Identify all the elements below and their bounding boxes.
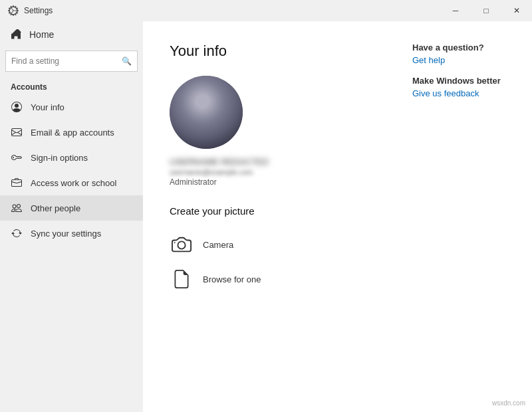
browse-icon — [170, 267, 194, 291]
email-icon — [11, 126, 23, 138]
get-help-link[interactable]: Get help — [412, 55, 519, 65]
user-email: username@example.com — [170, 168, 372, 176]
sidebar-item-sync[interactable]: Sync your settings — [0, 221, 143, 246]
people-icon — [11, 202, 23, 214]
avatar — [170, 76, 243, 149]
signin-label: Sign-in options — [31, 153, 88, 163]
key-icon — [11, 152, 23, 163]
watermark: wsxdn.com — [492, 399, 525, 407]
feedback-link[interactable]: Give us feedback — [412, 88, 519, 98]
sidebar: Home 🔍 Accounts Your info — [0, 21, 143, 412]
browse-option[interactable]: Browse for one — [170, 262, 372, 296]
page-title: Your info — [170, 43, 372, 60]
camera-icon — [170, 233, 194, 257]
search-icon: 🔍 — [122, 56, 132, 66]
create-picture-title: Create your picture — [170, 205, 372, 217]
help-panel: Have a question? Get help Make Windows b… — [399, 21, 532, 412]
home-label: Home — [29, 29, 54, 40]
main-panel: Your info USERNAME REDACTED username@exa… — [143, 21, 399, 412]
your-info-label: Your info — [31, 102, 65, 112]
titlebar-left: Settings — [8, 5, 53, 16]
accounts-section-title: Accounts — [0, 77, 143, 94]
maximize-button[interactable]: □ — [471, 0, 501, 21]
user-role: Administrator — [170, 177, 372, 187]
close-button[interactable]: ✕ — [501, 0, 532, 21]
briefcase-icon — [11, 177, 23, 189]
search-box[interactable]: 🔍 — [5, 51, 138, 72]
sidebar-item-other-people[interactable]: Other people — [0, 195, 143, 221]
sync-label: Sync your settings — [31, 229, 101, 239]
sidebar-item-signin[interactable]: Sign-in options — [0, 145, 143, 170]
sidebar-item-home[interactable]: Home — [0, 21, 143, 48]
titlebar-controls: ─ □ ✕ — [440, 0, 532, 21]
sidebar-item-work[interactable]: Access work or school — [0, 170, 143, 195]
home-icon — [11, 29, 21, 40]
settings-icon — [8, 5, 19, 16]
other-people-label: Other people — [31, 203, 80, 213]
titlebar-title: Settings — [24, 6, 53, 15]
sync-icon — [11, 227, 23, 239]
sidebar-item-email[interactable]: Email & app accounts — [0, 120, 143, 145]
titlebar: Settings ─ □ ✕ — [0, 0, 532, 21]
minimize-button[interactable]: ─ — [440, 0, 471, 21]
help-question: Have a question? — [412, 43, 519, 52]
browse-label: Browse for one — [203, 274, 261, 284]
person-icon — [11, 101, 23, 113]
app-body: Home 🔍 Accounts Your info — [0, 21, 532, 412]
search-input[interactable] — [11, 56, 122, 66]
work-label: Access work or school — [31, 178, 116, 188]
email-label: Email & app accounts — [31, 128, 114, 138]
camera-option[interactable]: Camera — [170, 227, 372, 262]
user-name: USERNAME REDACTED — [170, 157, 372, 167]
windows-better-label: Make Windows better — [412, 76, 519, 86]
sidebar-item-your-info[interactable]: Your info — [0, 94, 143, 120]
camera-label: Camera — [203, 240, 233, 250]
